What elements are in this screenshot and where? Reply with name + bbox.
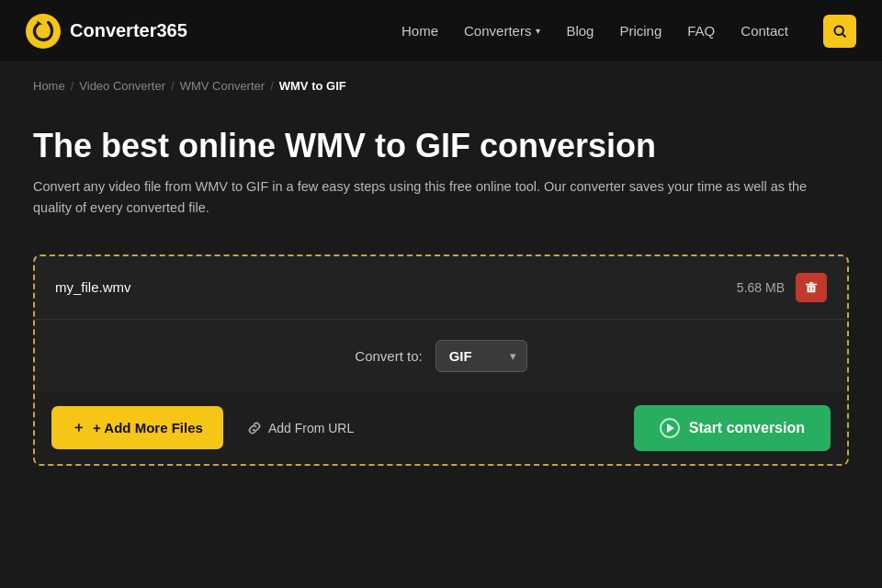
breadcrumb-sep-3: / [270,79,274,93]
nav-converters[interactable]: Converters ▾ [464,23,540,39]
format-select[interactable]: GIF MP4 AVI MOV WEBM [435,340,527,372]
nav-faq[interactable]: FAQ [687,23,715,39]
breadcrumb-wmv-converter[interactable]: WMV Converter [180,79,265,93]
add-more-files-button[interactable]: ＋ + Add More Files [51,406,223,449]
nav-home[interactable]: Home [401,23,438,39]
page-title: The best online WMV to GIF conversion [33,126,849,165]
breadcrumb: Home / Video Converter / WMV Converter /… [0,62,882,109]
delete-file-button[interactable] [796,273,827,302]
link-icon [247,421,262,435]
breadcrumb-sep-1: / [71,79,74,93]
converters-chevron-icon: ▾ [536,26,540,36]
main-nav: Home Converters ▾ Blog Pricing FAQ Conta… [401,15,856,48]
add-files-label: + Add More Files [93,420,203,435]
breadcrumb-sep-2: / [171,79,175,93]
add-url-label: Add From URL [268,421,354,435]
svg-point-1 [834,26,843,35]
hero-description: Convert any video file from WMV to GIF i… [33,176,842,219]
convert-label: Convert to: [355,348,422,364]
convert-to-row: Convert to: GIF MP4 AVI MOV WEBM [35,320,847,392]
play-circle-icon [660,418,680,438]
logo-text: Converter365 [70,20,187,41]
search-button[interactable] [823,15,856,48]
file-meta: 5.68 MB [737,273,827,302]
file-size: 5.68 MB [737,280,785,295]
svg-point-0 [26,14,61,49]
trash-icon [805,281,818,294]
file-row: my_file.wmv 5.68 MB [35,256,847,320]
logo-area: Converter365 [26,14,187,49]
file-name: my_file.wmv [55,279,131,295]
breadcrumb-current: WMV to GIF [279,79,346,93]
format-select-wrapper: GIF MP4 AVI MOV WEBM [435,340,527,372]
breadcrumb-home[interactable]: Home [33,79,65,93]
logo-icon [26,14,61,49]
start-conversion-button[interactable]: Start conversion [634,405,831,451]
search-icon [832,24,847,39]
nav-blog[interactable]: Blog [566,23,594,39]
add-from-url-button[interactable]: Add From URL [236,413,365,443]
header: Converter365 Home Converters ▾ Blog Pric… [0,0,882,62]
nav-pricing[interactable]: Pricing [619,23,662,39]
nav-contact[interactable]: Contact [741,23,788,39]
bottom-toolbar: ＋ + Add More Files Add From URL Start co… [35,392,847,464]
play-triangle-icon [667,424,674,433]
breadcrumb-video-converter[interactable]: Video Converter [79,79,165,93]
hero-section: The best online WMV to GIF conversion Co… [0,109,882,245]
plus-icon: ＋ [72,419,85,436]
svg-line-2 [842,34,845,37]
start-label: Start conversion [689,420,805,436]
converter-box: my_file.wmv 5.68 MB Convert to: GIF MP4 … [33,254,849,466]
svg-rect-3 [808,285,816,292]
